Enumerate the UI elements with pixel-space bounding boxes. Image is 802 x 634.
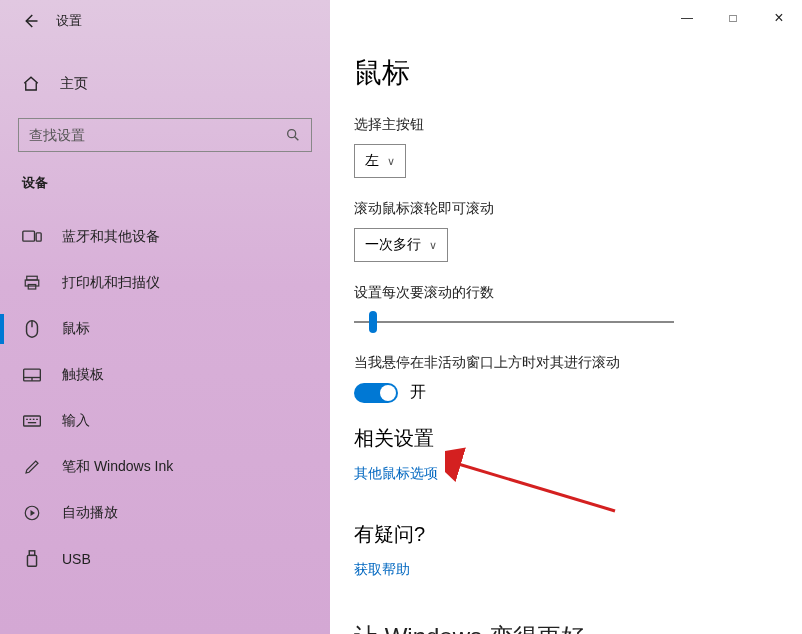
svg-line-2 xyxy=(295,137,299,141)
sidebar-item-touchpad[interactable]: 触摸板 xyxy=(0,352,330,398)
devices-icon xyxy=(22,227,42,247)
touchpad-icon xyxy=(22,365,42,385)
minimize-icon: — xyxy=(681,11,693,25)
mouse-icon xyxy=(22,319,42,339)
primary-button-label: 选择主按钮 xyxy=(354,116,778,134)
home-label: 主页 xyxy=(60,75,88,93)
sidebar-item-usb[interactable]: USB xyxy=(0,536,330,582)
svg-rect-4 xyxy=(36,233,41,241)
sidebar-item-printers[interactable]: 打印机和扫描仪 xyxy=(0,260,330,306)
nav-label: USB xyxy=(62,551,91,567)
sidebar-item-pen[interactable]: 笔和 Windows Ink xyxy=(0,444,330,490)
slider-track xyxy=(354,321,674,323)
svg-rect-6 xyxy=(25,280,39,286)
sidebar-section-title: 设备 xyxy=(0,152,330,200)
nav-label: 打印机和扫描仪 xyxy=(62,274,160,292)
sidebar-item-mouse[interactable]: 鼠标 xyxy=(0,306,330,352)
pen-icon xyxy=(22,457,42,477)
svg-rect-7 xyxy=(28,285,36,290)
nav-label: 鼠标 xyxy=(62,320,90,338)
nav-label: 蓝牙和其他设备 xyxy=(62,228,160,246)
inactive-window-toggle[interactable] xyxy=(354,383,398,403)
close-button[interactable]: × xyxy=(756,3,802,33)
scroll-wheel-select[interactable]: 一次多行 ∨ xyxy=(354,228,448,262)
svg-rect-13 xyxy=(24,416,41,426)
svg-rect-3 xyxy=(23,231,35,241)
maximize-button[interactable]: □ xyxy=(710,3,756,33)
search-box[interactable] xyxy=(18,118,312,152)
nav-label: 输入 xyxy=(62,412,90,430)
nav-label: 触摸板 xyxy=(62,366,104,384)
get-help-link[interactable]: 获取帮助 xyxy=(354,561,410,579)
chevron-down-icon: ∨ xyxy=(387,155,395,168)
usb-icon xyxy=(22,549,42,569)
scroll-wheel-label: 滚动鼠标滚轮即可滚动 xyxy=(354,200,778,218)
select-value: 一次多行 xyxy=(365,236,421,254)
sidebar-item-bluetooth[interactable]: 蓝牙和其他设备 xyxy=(0,214,330,260)
sidebar-home[interactable]: 主页 xyxy=(0,62,330,106)
app-title: 设置 xyxy=(56,12,82,30)
question-heading: 有疑问? xyxy=(354,521,778,548)
printer-icon xyxy=(22,273,42,293)
slider-thumb[interactable] xyxy=(369,311,377,333)
close-icon: × xyxy=(774,9,783,27)
svg-marker-20 xyxy=(31,510,36,516)
minimize-button[interactable]: — xyxy=(664,3,710,33)
keyboard-icon xyxy=(22,411,42,431)
cutoff-heading: 让 Windows 变得更好 xyxy=(354,621,778,634)
select-value: 左 xyxy=(365,152,379,170)
toggle-state: 开 xyxy=(410,382,426,403)
sidebar-item-autoplay[interactable]: 自动播放 xyxy=(0,490,330,536)
back-button[interactable] xyxy=(18,9,42,33)
search-icon xyxy=(285,127,301,143)
related-settings-heading: 相关设置 xyxy=(354,425,778,452)
lines-label: 设置每次要滚动的行数 xyxy=(354,284,778,302)
primary-button-select[interactable]: 左 ∨ xyxy=(354,144,406,178)
toggle-knob xyxy=(380,385,396,401)
inactive-window-label: 当我悬停在非活动窗口上方时对其进行滚动 xyxy=(354,354,778,372)
arrow-left-icon xyxy=(21,12,39,30)
sidebar-item-typing[interactable]: 输入 xyxy=(0,398,330,444)
page-title: 鼠标 xyxy=(354,54,778,92)
search-input[interactable] xyxy=(29,127,285,143)
maximize-icon: □ xyxy=(729,11,736,25)
autoplay-icon xyxy=(22,503,42,523)
chevron-down-icon: ∨ xyxy=(429,239,437,252)
nav-label: 自动播放 xyxy=(62,504,118,522)
svg-rect-22 xyxy=(27,555,36,566)
home-icon xyxy=(22,75,40,93)
svg-point-1 xyxy=(288,130,296,138)
additional-mouse-options-link[interactable]: 其他鼠标选项 xyxy=(354,465,438,483)
nav-label: 笔和 Windows Ink xyxy=(62,458,173,476)
lines-slider[interactable] xyxy=(354,312,674,332)
